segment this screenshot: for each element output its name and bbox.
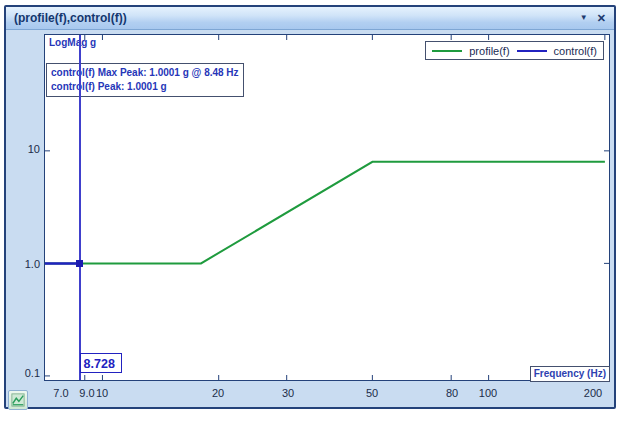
chart-thumbnail-button[interactable] bbox=[8, 390, 28, 410]
legend: profile(f) control(f) bbox=[425, 41, 604, 60]
y-axis-title: LogMag g bbox=[49, 37, 96, 48]
legend-label-control: control(f) bbox=[554, 45, 597, 57]
y-tick-10: 10 bbox=[6, 143, 40, 155]
y-tick-0_1: 0.1 bbox=[6, 367, 40, 379]
chart-thumbnail-icon bbox=[11, 393, 25, 407]
x-tick-80: 80 bbox=[446, 387, 458, 399]
x-tick-100: 100 bbox=[479, 387, 497, 399]
x-tick-20: 20 bbox=[212, 387, 224, 399]
cursor-marker[interactable] bbox=[76, 260, 83, 267]
x-axis-title: Frequency (Hz) bbox=[530, 366, 610, 382]
chart-panel: LogMag g profile(f) control(f) control(f… bbox=[6, 30, 614, 410]
window-title: (profile(f),control(f)) bbox=[6, 11, 580, 25]
peak-info-box: control(f) Max Peak: 1.0001 g @ 8.48 Hz … bbox=[46, 63, 244, 97]
control-line-swatch bbox=[517, 50, 547, 52]
dropdown-arrow-icon[interactable]: ▼ bbox=[580, 14, 588, 22]
plot-area[interactable]: LogMag g profile(f) control(f) control(f… bbox=[44, 34, 610, 381]
x-tick-9: 9.0 bbox=[79, 387, 94, 399]
cursor-line[interactable] bbox=[79, 35, 81, 380]
chart-window: (profile(f),control(f)) ▼ ✕ LogMag g pro… bbox=[4, 5, 616, 409]
window-titlebar[interactable]: (profile(f),control(f)) ▼ ✕ bbox=[6, 7, 614, 30]
x-tick-200: 200 bbox=[584, 387, 602, 399]
profile-line-swatch bbox=[432, 50, 462, 52]
x-tick-50: 50 bbox=[366, 387, 378, 399]
y-tick-1: 1.0 bbox=[6, 258, 40, 270]
x-tick-30: 30 bbox=[282, 387, 294, 399]
cursor-readout[interactable]: 8.728 bbox=[80, 353, 122, 373]
legend-label-profile: profile(f) bbox=[469, 45, 509, 57]
x-tick-7: 7.0 bbox=[53, 387, 68, 399]
close-icon[interactable]: ✕ bbox=[597, 13, 606, 24]
x-axis-tick-labels: 7.0 9.0 10 20 30 50 80 100 200 bbox=[6, 387, 618, 401]
x-tick-10: 10 bbox=[96, 387, 108, 399]
y-axis-tick-labels: 10 1.0 0.1 bbox=[6, 30, 40, 410]
titlebar-buttons: ▼ ✕ bbox=[580, 13, 614, 24]
